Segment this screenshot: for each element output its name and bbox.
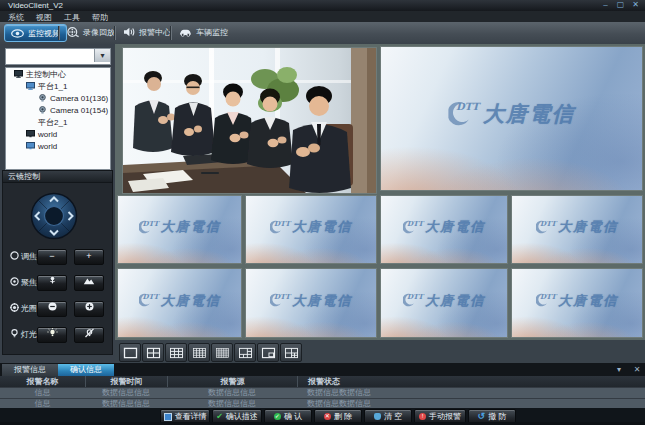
layout-25-button[interactable] <box>211 343 233 362</box>
layout-button-bar <box>115 340 645 363</box>
watermark-name: 大唐電信 <box>483 100 575 128</box>
watermark-brand: DTT <box>540 219 556 228</box>
watermark-brand: DTT <box>407 292 423 301</box>
cell-alarm-time: 数据信息信息 <box>85 388 167 398</box>
watermark-name: 大唐電信 <box>161 218 221 236</box>
tab-separator <box>58 26 59 40</box>
tree-item-main-center[interactable]: 主控制中心 <box>6 68 110 80</box>
layout-16-button[interactable] <box>188 343 210 362</box>
eye-icon <box>11 29 24 38</box>
button-label: 撤 防 <box>488 411 506 422</box>
video-tile[interactable]: DTT大唐電信 <box>380 195 508 264</box>
button-label: 查看详情 <box>175 411 207 422</box>
video-tile-logo-large[interactable]: DTT 大唐電信 <box>380 46 643 191</box>
iris-open-button[interactable] <box>74 301 104 317</box>
tree-item-world-1[interactable]: world <box>6 128 110 140</box>
video-tile-live-meeting[interactable] <box>122 47 377 194</box>
monitor-dark-icon <box>26 130 35 138</box>
focus-near-icon <box>48 276 57 285</box>
tree-item-label: Camera 01(154) <box>50 106 108 115</box>
alarm-button-bar: 查看详情 ✔ 确认描述 ✓ 确 认 ✕ 删 除 清 空 ! 手动报警 ↺ 撤 防 <box>0 408 645 422</box>
video-tile[interactable]: DTT大唐電信 <box>511 195 643 264</box>
alarm-table-row[interactable]: 信息 数据信息信息 数据信息信息 数据信息数据信息 <box>0 388 645 398</box>
window-title: VideoClient_V2 <box>8 1 63 10</box>
video-tile[interactable]: DTT大唐電信 <box>245 195 377 264</box>
delete-circle-icon: ✕ <box>324 413 331 420</box>
ptz-panel: 调焦 − + 聚焦 光圈 <box>2 183 113 355</box>
datang-watermark: DTT大唐電信 <box>536 292 618 310</box>
zoom-in-button[interactable]: + <box>74 249 104 265</box>
tab-confirm-info[interactable]: 确认信息 <box>58 364 114 376</box>
tree-item-world-2[interactable]: world <box>6 140 110 152</box>
watermark-name: 大唐電信 <box>558 218 618 236</box>
ptz-iris-row: 光圈 <box>3 301 114 315</box>
layout-6-button[interactable] <box>280 343 302 362</box>
minimize-button[interactable]: – <box>599 0 612 10</box>
watermark-brand: DTT <box>407 219 423 228</box>
tab-alarm-info[interactable]: 报警信息 <box>2 364 58 376</box>
watermark-brand: DTT <box>142 219 158 228</box>
button-label: 清 空 <box>384 411 402 422</box>
focus-near-button[interactable] <box>37 275 67 291</box>
tree-item-label: 平台1_1 <box>38 81 67 92</box>
video-tile[interactable]: DTT大唐電信 <box>117 195 242 264</box>
iris-plus-icon <box>85 302 94 311</box>
clear-icon <box>374 413 381 420</box>
close-panel-icon[interactable]: ✕ <box>630 364 644 375</box>
datang-watermark: DTT大唐電信 <box>138 292 220 310</box>
cell-alarm-source: 数据信息信息 <box>167 388 297 398</box>
maximize-button[interactable]: ▢ <box>614 0 627 10</box>
column-alarm-time: 报警时间 <box>85 376 167 387</box>
manual-alarm-icon: ! <box>419 413 426 420</box>
light-on-icon <box>47 328 58 338</box>
watermark-name: 大唐電信 <box>292 292 352 310</box>
light-off-button[interactable] <box>74 327 104 343</box>
layout-4-button[interactable] <box>142 343 164 362</box>
datang-watermark: DTT大唐電信 <box>138 218 220 236</box>
layout-pip-button[interactable] <box>257 343 279 362</box>
zoom-ring-icon <box>10 251 19 260</box>
watermark-brand: DTT <box>142 292 158 301</box>
tree-item-camera-136[interactable]: Camera 01(136) <box>6 92 110 104</box>
tree-item-platform2[interactable]: 平台2_1 <box>6 116 110 128</box>
tab-playback[interactable]: 录像回放 <box>61 24 121 40</box>
video-client-window: VideoClient_V2 – ▢ ✕ 系统 视图 工具 帮助 监控视频 录像… <box>0 0 645 425</box>
tab-alarm-center[interactable]: 报警中心 <box>117 24 177 40</box>
datang-watermark: DTT大唐電信 <box>270 218 352 236</box>
video-tile[interactable]: DTT大唐電信 <box>511 268 643 338</box>
watermark-brand: DTT <box>540 292 556 301</box>
video-tile[interactable]: DTT大唐電信 <box>380 268 508 338</box>
tab-label: 报警中心 <box>139 27 171 38</box>
iris-close-button[interactable] <box>37 301 67 317</box>
light-on-button[interactable] <box>37 327 67 343</box>
tab-separator <box>170 26 171 40</box>
watermark-name: 大唐電信 <box>425 292 485 310</box>
layout-1plus5-button[interactable] <box>234 343 256 362</box>
nav-toolbar: 监控视频 录像回放 报警中心 车辆监控 <box>0 22 645 46</box>
zoom-out-button[interactable]: − <box>37 249 67 265</box>
camera-icon <box>38 94 47 102</box>
layout-1-button[interactable] <box>119 343 141 362</box>
button-label: 确 认 <box>284 411 302 422</box>
device-select[interactable]: ▾ <box>5 48 111 65</box>
film-reel-icon <box>67 27 79 38</box>
iris-icon <box>10 303 19 312</box>
layout-9-button[interactable] <box>165 343 187 362</box>
chevron-down-icon[interactable]: ▾ <box>94 49 110 62</box>
close-button[interactable]: ✕ <box>629 0 642 10</box>
bulb-icon <box>10 329 19 338</box>
tree-item-camera-154[interactable]: Camera 01(154) <box>6 104 110 116</box>
focus-far-button[interactable] <box>74 275 104 291</box>
car-icon <box>179 27 192 37</box>
focus-ring-icon <box>10 277 19 286</box>
video-tile[interactable]: DTT大唐電信 <box>117 268 242 338</box>
video-tile[interactable]: DTT大唐電信 <box>245 268 377 338</box>
watermark-brand: DTT <box>274 292 290 301</box>
tab-vehicle-monitor[interactable]: 车辆监控 <box>173 24 234 40</box>
disarm-undo-icon: ↺ <box>478 412 486 421</box>
watermark-brand: DTT <box>456 101 479 112</box>
tree-item-platform1[interactable]: 平台1_1 <box>6 80 110 92</box>
collapse-panel-icon[interactable]: ▾ <box>612 364 626 375</box>
ptz-dpad[interactable] <box>30 192 78 240</box>
device-tree: 主控制中心 平台1_1 Camera 01(136) Camera 01(154… <box>5 67 111 170</box>
